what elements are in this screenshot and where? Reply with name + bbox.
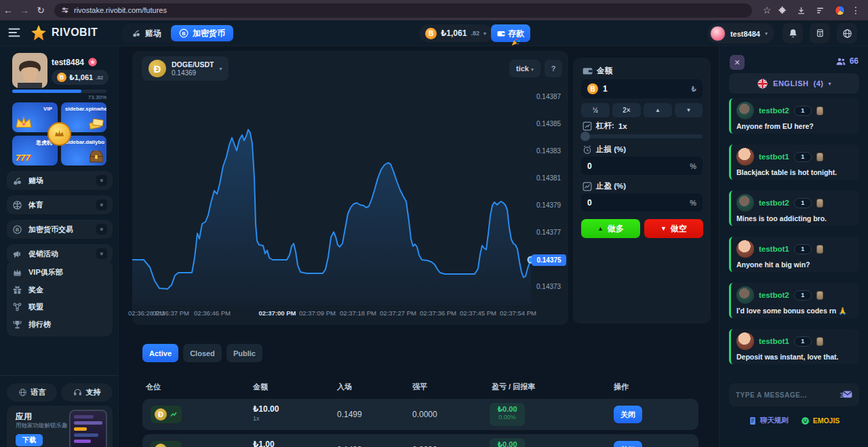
rank-icon	[816, 337, 823, 346]
sidebar-item-bonus[interactable]: 奖金	[12, 285, 107, 295]
trophy-icon	[12, 319, 22, 330]
tab-closed[interactable]: Closed	[183, 344, 222, 362]
language-button[interactable]: 语言	[7, 383, 57, 402]
sidebar-item-casino[interactable]: 赌场 »	[7, 171, 113, 190]
chat-message-input[interactable]	[736, 391, 835, 399]
btc-coin-icon: B	[425, 28, 437, 39]
url-text: rivostake.rivobit.com/futures	[74, 6, 167, 14]
phone-preview-image	[69, 410, 107, 447]
chat-close-button[interactable]: ✕	[730, 55, 745, 70]
chat-language-label: ENGLISH	[773, 79, 808, 88]
close-position-button[interactable]: 关闭	[614, 406, 642, 423]
decrease-amount-button[interactable]: ▼	[675, 103, 703, 117]
down-arrow-icon: ▼	[660, 225, 667, 232]
positions-section: Active Closed Public 仓位 金额 入场 强平 盈亏 / 回报…	[132, 336, 711, 447]
send-icon[interactable]	[840, 390, 852, 400]
tab-list-icon[interactable]	[816, 6, 832, 15]
sidebar-item-sports[interactable]: 体育 »	[7, 195, 113, 214]
leverage-slider[interactable]	[581, 134, 703, 138]
rank-icon	[816, 245, 823, 254]
app-subtitle: 用独家功能解锁乐趣	[16, 422, 73, 429]
bitcoin-icon: B	[12, 225, 22, 235]
double-amount-button[interactable]: 2×	[612, 103, 641, 117]
takeprofit-label-row: 止盈 (%)	[583, 181, 626, 191]
x-axis-tick: 02:37:09 PM	[299, 309, 336, 317]
user-menu[interactable]: test8484 ▾	[707, 23, 774, 43]
reload-icon[interactable]: ↻	[33, 5, 49, 16]
sidebar-item-label: 加密货币交易	[28, 225, 90, 235]
online-users: 66	[835, 56, 859, 66]
chat-language-selector[interactable]: ENGLISH (4) ▾	[729, 73, 859, 94]
emojis-button[interactable]: EMOJIS	[801, 416, 840, 425]
tab-crypto-label: 加密货币	[193, 28, 225, 39]
browser-profile-avatar[interactable]	[835, 5, 845, 16]
chat-message: testbot11 Anyone hit a big win?	[729, 237, 859, 272]
notifications-button[interactable]	[783, 23, 803, 43]
half-amount-button[interactable]: ½	[581, 103, 610, 117]
pair-name: DOGE/USDT	[172, 60, 214, 69]
language-globe-button[interactable]	[837, 23, 857, 43]
close-position-button[interactable]: 关闭	[614, 441, 642, 447]
position-amount: ₺10.00	[253, 404, 279, 414]
slot-777-icon: 777	[16, 153, 31, 163]
price-chart[interactable]	[132, 92, 532, 305]
trade-panel: 金额 B ₺ ½ 2× ▲ ▼ 杠杆: 1x 止损 (%) % 止盈 (%) %…	[573, 58, 711, 324]
address-bar[interactable]: rivostake.rivobit.com/futures	[54, 3, 752, 18]
sidebar-item-affiliate[interactable]: 联盟	[12, 302, 107, 312]
x-axis-tick: 02:37:27 PM	[380, 309, 416, 317]
amount-input[interactable]	[603, 84, 686, 94]
long-button[interactable]: ▲ 做多	[581, 219, 640, 238]
takeprofit-input[interactable]	[587, 198, 685, 208]
tab-crypto[interactable]: B 加密货币	[171, 25, 233, 41]
col-entry: 入场	[337, 382, 352, 392]
message-text: I'd love some bonus codes rn 🙏	[736, 307, 854, 315]
slider-knob[interactable]	[580, 132, 590, 141]
interval-dropdown[interactable]: tick ▾	[509, 60, 540, 77]
stoploss-input[interactable]	[587, 161, 685, 171]
leverage-label: 杠杆:	[596, 121, 614, 131]
documents-button[interactable]	[810, 23, 830, 43]
message-username[interactable]: testbot2	[759, 291, 789, 299]
download-icon[interactable]	[797, 6, 813, 15]
sidebar-item-label: 奖金	[28, 285, 107, 295]
message-username[interactable]: testbot2	[759, 199, 789, 207]
app-download-button[interactable]: 下载	[16, 434, 43, 446]
support-button[interactable]: 支持	[61, 383, 113, 402]
rivobit-logo-icon[interactable]	[30, 24, 47, 42]
extensions-icon[interactable]	[778, 6, 794, 15]
network-icon	[12, 302, 22, 312]
online-count: 66	[850, 56, 859, 66]
chat-input-wrap	[729, 383, 859, 406]
col-amount: 金额	[253, 382, 268, 392]
bookmark-star-icon[interactable]: ☆	[759, 5, 775, 16]
tab-active[interactable]: Active	[142, 344, 178, 362]
sidebar-item-vip-club[interactable]: VIP俱乐部	[12, 267, 107, 277]
tab-public[interactable]: Public	[226, 344, 262, 362]
message-username[interactable]: testbot2	[759, 106, 789, 115]
message-text: Anyone from EU here?	[736, 122, 854, 130]
caret-down-icon: ▾	[531, 66, 534, 73]
tab-casino[interactable]: 赌场	[123, 25, 170, 41]
long-label: 做多	[608, 223, 624, 235]
balance-dropdown[interactable]: B ₺1,061.82 ▾	[419, 24, 492, 42]
brand-name[interactable]: Rivobit	[52, 26, 98, 39]
user-avatar	[710, 26, 726, 41]
increase-amount-button[interactable]: ▲	[644, 103, 672, 117]
browser-menu-icon[interactable]: ⋮	[848, 5, 864, 16]
level-badge-icon	[87, 57, 98, 67]
message-username[interactable]: testbot1	[759, 153, 789, 161]
profile-avatar[interactable]	[12, 53, 47, 88]
message-username[interactable]: testbot1	[759, 337, 789, 345]
short-button[interactable]: ▼ 做空	[644, 219, 703, 238]
message-username[interactable]: testbot1	[759, 245, 789, 253]
forward-icon[interactable]: →	[16, 5, 33, 16]
help-button[interactable]: ?	[545, 60, 562, 77]
position-pair-badge: Ð	[151, 406, 182, 423]
crown-icon	[12, 267, 22, 277]
hamburger-menu-icon[interactable]	[8, 27, 20, 38]
sidebar-item-crypto-trading[interactable]: B 加密货币交易 »	[7, 220, 113, 239]
pair-selector[interactable]: Ð DOGE/USDT 0.14369 ▾	[142, 56, 229, 81]
sidebar-item-leaderboard[interactable]: 排行榜	[12, 319, 107, 330]
back-icon[interactable]: ←	[0, 5, 16, 16]
chat-rules-link[interactable]: 聊天规则	[749, 416, 789, 425]
